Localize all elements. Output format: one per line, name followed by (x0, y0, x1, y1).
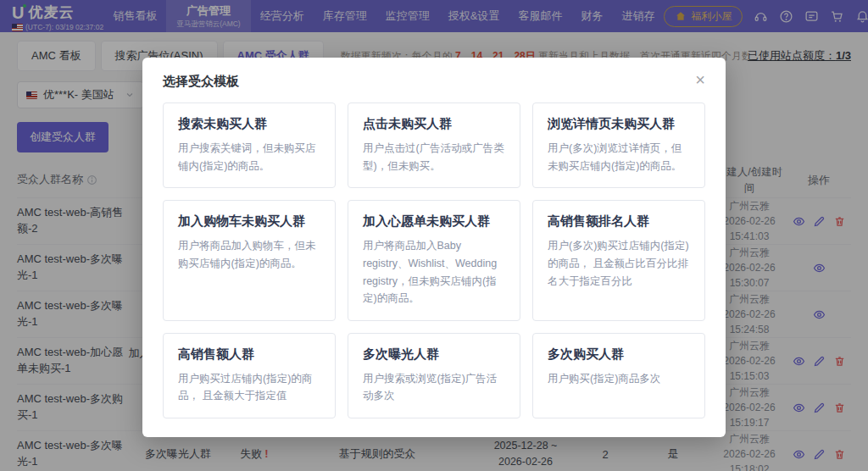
template-card-click-no-purchase[interactable]: 点击未购买人群 用户点击过(广告活动或广告类型)，但未购买。 (348, 103, 520, 188)
close-icon[interactable]: × (692, 68, 709, 91)
template-card-search-no-purchase[interactable]: 搜索未购买人群 用户搜索关键词，但未购买店铺内(指定)的商品。 (163, 103, 336, 188)
template-card-multi-exposure[interactable]: 多次曝光人群 用户搜索或浏览(指定)广告活动多次 (348, 333, 520, 418)
page: U 优麦云 (UTC-7): 03/19 02:37:02 销售看板 广告管理 … (0, 0, 868, 471)
template-card-multi-purchase[interactable]: 多次购买人群 用户购买(指定)商品多次 (532, 333, 705, 418)
template-card-high-sales[interactable]: 高销售额人群 用户购买过店铺内(指定)的商品， 且金额大于指定值 (163, 333, 336, 418)
audience-template-modal: 选择受众模板 × 搜索未购买人群 用户搜索关键词，但未购买店铺内(指定)的商品。… (142, 58, 726, 437)
template-card-grid: 搜索未购买人群 用户搜索关键词，但未购买店铺内(指定)的商品。 点击未购买人群 … (142, 103, 726, 437)
template-card-add-cart-no-purchase[interactable]: 加入购物车未购买人群 用户将商品加入购物车，但未购买店铺内(指定)的商品。 (163, 200, 336, 321)
template-card-add-wishlist-no-purchase[interactable]: 加入心愿单未购买人群 用户将商品加入Baby registry、Wishlist… (348, 200, 520, 321)
template-card-view-detail-no-purchase[interactable]: 浏览详情页未购买人群 用户(多次)浏览过详情页，但未购买店铺内(指定)的商品。 (532, 103, 705, 188)
template-card-high-sales-rank[interactable]: 高销售额排名人群 用户(多次)购买过店铺内(指定)的商品， 且金额占比百分比排名… (532, 200, 705, 321)
modal-title: 选择受众模板 (142, 58, 726, 103)
